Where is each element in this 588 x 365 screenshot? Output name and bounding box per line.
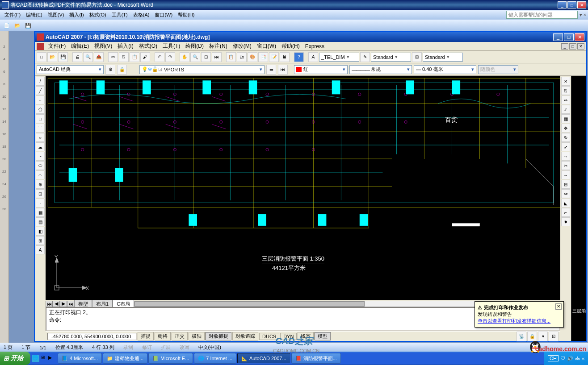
quicklaunch-media-icon[interactable]: ▶	[48, 355, 55, 362]
zoom-prev-button[interactable]: ⏮	[212, 52, 222, 62]
break-tool[interactable]: ⊟	[561, 180, 570, 189]
revcloud-tool[interactable]: ☁	[36, 142, 45, 151]
rotate-tool[interactable]: ↻	[561, 133, 570, 142]
plot-button[interactable]: 🖨	[72, 52, 82, 62]
doc-restore-button[interactable]: □	[569, 43, 576, 50]
cad-menu-window[interactable]: 窗口(W)	[254, 41, 279, 51]
pline-tool[interactable]: ⌐	[36, 95, 45, 104]
word-menu-help[interactable]: 帮助(H)	[175, 11, 197, 19]
layer-prev-button[interactable]: ⏮	[278, 65, 288, 75]
new-file-button[interactable]: □	[37, 52, 46, 62]
coordinates-display[interactable]: -452780.0000, 554900.0000, 0.0000	[47, 333, 137, 340]
make-block-tool[interactable]: ⊡	[36, 189, 45, 198]
tray-expand-icon[interactable]: «	[582, 356, 584, 361]
notification-close-button[interactable]: ✕	[555, 303, 562, 310]
workspace-settings-button[interactable]: ⚙	[105, 65, 115, 75]
lineweight-dropdown[interactable]: — 0.40 毫米▾	[414, 65, 476, 74]
polar-toggle[interactable]: 极轴	[189, 332, 205, 340]
save-file-button[interactable]: 💾	[58, 52, 68, 62]
spline-tool[interactable]: ~	[36, 152, 45, 161]
array-tool[interactable]: ▦	[561, 114, 570, 123]
cad-menu-insert[interactable]: 插入(I)	[115, 41, 136, 51]
help-button[interactable]: ?	[294, 52, 304, 62]
tray-lang-indicator[interactable]: CH	[548, 355, 559, 361]
ellipse-arc-tool[interactable]: ⌓	[36, 170, 45, 179]
cad-menu-dim[interactable]: 标注(N)	[206, 41, 230, 51]
insert-block-tool[interactable]: ⊕	[36, 180, 45, 189]
gradient-tool[interactable]: ▤	[36, 217, 45, 226]
sheet-set-button[interactable]: 📑	[258, 52, 268, 62]
cad-menu-format[interactable]: 格式(O)	[136, 41, 160, 51]
redo-button[interactable]: ↷	[165, 52, 175, 62]
cad-menu-file[interactable]: 文件(F)	[46, 41, 68, 51]
move-tool[interactable]: ✥	[561, 124, 570, 133]
word-menu-view[interactable]: 视图(V)	[45, 11, 67, 19]
word-close-button[interactable]: ✕	[577, 1, 586, 8]
word-menu-tools[interactable]: 工具(T)	[109, 11, 130, 19]
table-style-icon[interactable]: ⊞	[412, 52, 422, 62]
cad-menu-draw[interactable]: 绘图(D)	[183, 41, 206, 51]
stretch-tool[interactable]: ↔	[561, 152, 570, 161]
task-autocad[interactable]: 📐AutoCAD 2007...	[237, 353, 290, 364]
point-tool[interactable]: ·	[36, 199, 45, 207]
mtext-tool[interactable]: A	[36, 245, 45, 254]
word-menu-format[interactable]: 格式(O)	[87, 11, 109, 19]
region-tool[interactable]: ◧	[36, 227, 45, 236]
grid-toggle[interactable]: 栅格	[155, 332, 171, 340]
cad-menu-modify[interactable]: 修改(M)	[230, 41, 254, 51]
tab-next-button[interactable]: ▶	[60, 301, 67, 307]
cad-drawing-canvas[interactable]: 三层消防报警平面 1:350 44121平方米 百货	[46, 76, 560, 300]
word-help-search[interactable]	[506, 11, 578, 19]
cad-maximize-button[interactable]: □	[564, 33, 574, 41]
join-tool[interactable]: ⫘	[561, 189, 570, 198]
zoom-win-button[interactable]: ⊡	[201, 52, 211, 62]
ellipse-tool[interactable]: ⬭	[36, 161, 45, 170]
save-button[interactable]: 💾	[23, 21, 33, 31]
doc-close-button[interactable]: ✕	[577, 43, 584, 50]
word-menu-table[interactable]: 表格(A)	[130, 11, 152, 19]
scale-tool[interactable]: ⤢	[561, 142, 570, 151]
calc-button[interactable]: 🖩	[280, 52, 290, 62]
dyn-toggle[interactable]: DYN	[280, 333, 297, 340]
word-menu-window[interactable]: 窗口(W)	[152, 11, 175, 19]
erase-tool[interactable]: ✕	[561, 77, 570, 86]
paste-button[interactable]: 📋	[130, 52, 139, 62]
arc-tool[interactable]: ⌒	[36, 124, 45, 133]
word-menu-file[interactable]: 文件(F)	[2, 11, 23, 19]
layer-dropdown[interactable]: 💡❄🔓⊡ VPORTS▾	[139, 65, 265, 74]
mirror-tool[interactable]: ⇔	[561, 95, 570, 104]
dim-style-icon[interactable]: A	[308, 52, 318, 62]
table-tool[interactable]: ⊞	[36, 236, 45, 245]
task-excel[interactable]: 📗Microsoft E...	[148, 353, 193, 364]
word-menu-edit[interactable]: 编辑(E)	[23, 11, 45, 19]
cut-button[interactable]: ✂	[108, 52, 118, 62]
start-button[interactable]: ⊞开始	[0, 352, 30, 365]
cad-menu-express[interactable]: Express	[302, 42, 327, 50]
new-doc-button[interactable]: 📄	[2, 21, 12, 31]
tab-first-button[interactable]: ⏮	[46, 301, 53, 307]
hatch-tool[interactable]: ▦	[36, 208, 45, 217]
cad-menu-help[interactable]: 帮助(H)	[279, 41, 302, 51]
tool-palette-button[interactable]: 🎨	[248, 52, 257, 62]
extend-tool[interactable]: →	[561, 170, 570, 179]
publish-button[interactable]: 📤	[94, 52, 104, 62]
model-tab[interactable]: 模型	[74, 300, 92, 308]
copy-button[interactable]: ⎘	[119, 52, 129, 62]
preview-button[interactable]: 🔍	[83, 52, 93, 62]
workspace-dropdown[interactable]: AutoCAD 经典▾	[37, 65, 104, 74]
copy-tool[interactable]: ⎘	[561, 86, 570, 95]
word-maximize-button[interactable]: □	[567, 1, 576, 8]
tray-network-icon[interactable]: 🖧	[575, 356, 580, 361]
word-menu-insert[interactable]: 插入(I)	[67, 11, 86, 19]
cad-minimize-button[interactable]: _	[553, 33, 563, 41]
doc-minimize-button[interactable]: _	[561, 43, 568, 50]
linetype-dropdown[interactable]: ———— 常规▾	[349, 65, 412, 74]
color-dropdown[interactable]: 红▾	[294, 65, 348, 74]
trim-tool[interactable]: ✂	[561, 161, 570, 170]
fillet-tool[interactable]: ⌐	[561, 208, 570, 217]
task-pdf[interactable]: 📕消防报警平面...	[291, 353, 341, 364]
text-style-icon[interactable]: ✎	[360, 52, 370, 62]
tab-prev-button[interactable]: ◀	[53, 301, 60, 307]
markup-button[interactable]: 📝	[269, 52, 279, 62]
tab-last-button[interactable]: ⏭	[67, 301, 74, 307]
